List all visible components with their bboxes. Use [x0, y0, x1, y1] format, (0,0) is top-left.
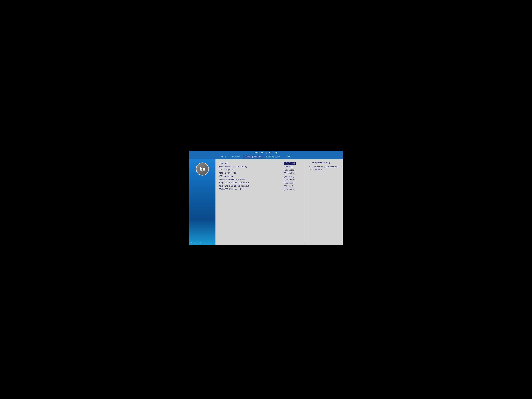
menu-item-security[interactable]: Security [229, 155, 243, 158]
setting-value-adaptive-battery: [Enabled] [284, 182, 294, 184]
setting-value-row-keyboard-backlight[interactable]: [30 sec] [284, 185, 303, 188]
setting-row-fan[interactable]: Fan Always On [219, 168, 284, 171]
help-title: Item Specific Help [309, 162, 339, 164]
setting-name-action-keys: Action Keys Mode [219, 172, 237, 174]
setting-row-usb-charging[interactable]: USB Charging [219, 175, 284, 178]
setting-value-keyboard-backlight: [30 sec] [284, 185, 293, 188]
menu-item-exit[interactable]: Exit [283, 155, 292, 158]
setting-row-language[interactable]: Language [219, 162, 284, 165]
menu-item-boot-options[interactable]: Boot Options [264, 155, 283, 158]
setting-name-usb-charging: USB Charging [219, 175, 233, 177]
setting-value-wake-on-lan: [Disabled] [284, 189, 296, 191]
footer-help: F1 = Help [191, 241, 201, 243]
hp-logo: hp [196, 163, 209, 176]
settings-names-column: Language Virtualization Technology Fan A… [219, 162, 284, 243]
setting-row-battery-remaining[interactable]: Battery Remaining Time [219, 178, 284, 181]
settings-panel: Language Virtualization Technology Fan A… [215, 159, 343, 245]
setting-value-row-wake-on-lan[interactable]: [Disabled] [284, 188, 303, 191]
setting-value-row-action-keys[interactable]: [Disabled] [284, 172, 303, 175]
setting-name-keyboard-backlight: Keyboard Backlight Timeout [219, 185, 249, 187]
hp-logo-text: hp [200, 166, 205, 172]
menu-item-main[interactable]: Main [219, 155, 228, 158]
menu-bar: Main Security Configuration Boot Options… [189, 155, 343, 159]
setting-row-wake-on-lan[interactable]: S3/S4/S5 Wake on LAN [219, 188, 284, 191]
f1-help-label: F1 = Help [191, 241, 201, 243]
menu-item-configuration[interactable]: Configuration [243, 155, 263, 159]
help-panel: Item Specific Help Select the display la… [307, 162, 339, 243]
setting-name-fan: Fan Always On [219, 169, 234, 171]
setting-row-virtualization[interactable]: Virtualization Technology [219, 165, 284, 168]
setting-value-row-usb-charging[interactable]: [Enabled] [284, 175, 303, 178]
setting-value-fan: [Disabled] [284, 169, 296, 171]
help-text: Select the display language for the BIOS… [309, 166, 339, 171]
bios-container: BIOS Setup Utility Main Security Configu… [189, 151, 343, 245]
setting-value-language: [English] [284, 162, 296, 165]
settings-columns: Language Virtualization Technology Fan A… [219, 162, 303, 243]
setting-value-virtualization: [Enabled] [284, 166, 294, 168]
setting-name-virtualization: Virtualization Technology [219, 165, 248, 168]
setting-value-row-fan[interactable]: [Disabled] [284, 169, 303, 172]
setting-name-language: Language [219, 162, 228, 165]
bios-screen: BIOS Setup Utility Main Security Configu… [184, 147, 348, 252]
setting-value-row-virtualization[interactable]: [Enabled] [284, 165, 303, 169]
setting-name-wake-on-lan: S3/S4/S5 Wake on LAN [219, 188, 242, 190]
setting-value-row-language[interactable]: [English] [284, 162, 303, 165]
setting-name-battery-remaining: Battery Remaining Time [219, 178, 245, 181]
sidebar: hp F1 = Help [189, 159, 215, 245]
title-bar: BIOS Setup Utility [189, 151, 343, 155]
setting-name-adaptive-battery: Adaptive Battery Optimizer [219, 182, 249, 184]
panel-divider [305, 162, 305, 243]
setting-value-battery-remaining: [Disabled] [284, 179, 296, 181]
setting-value-row-adaptive-battery[interactable]: [Enabled] [284, 182, 303, 185]
setting-row-action-keys[interactable]: Action Keys Mode [219, 171, 284, 175]
settings-values-column: [English] [Enabled] [Disabled] [Disabled… [284, 162, 303, 243]
bios-title: BIOS Setup Utility [191, 152, 341, 154]
setting-row-keyboard-backlight[interactable]: Keyboard Backlight Timeout [219, 184, 284, 188]
setting-value-usb-charging: [Enabled] [284, 176, 294, 178]
setting-row-adaptive-battery[interactable]: Adaptive Battery Optimizer [219, 181, 284, 184]
setting-value-row-battery-remaining[interactable]: [Disabled] [284, 178, 303, 182]
setting-value-action-keys: [Disabled] [284, 172, 296, 175]
main-content: hp F1 = Help Language Virtualization Tec… [189, 159, 343, 245]
